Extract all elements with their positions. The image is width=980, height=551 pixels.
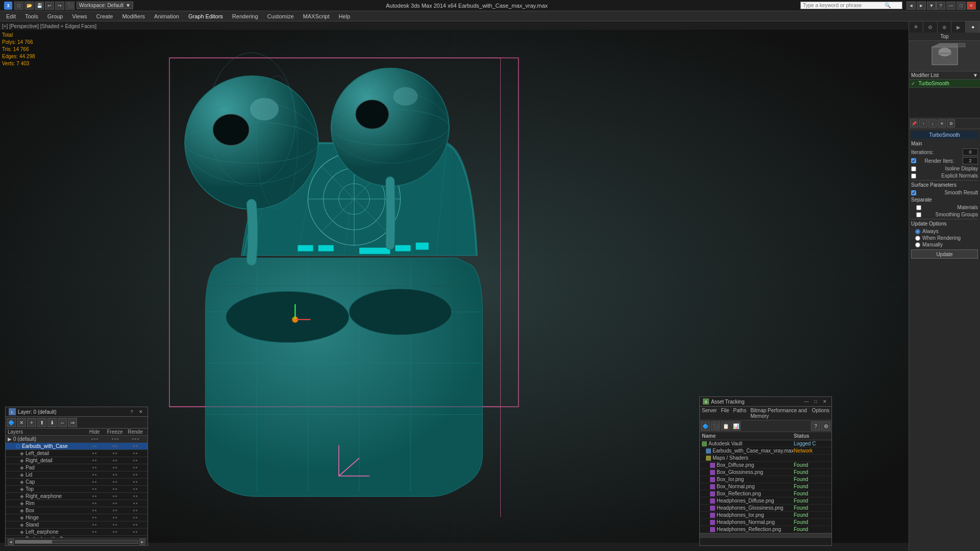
asset-tb-settings[interactable]: ⚙: [821, 421, 830, 431]
update-button[interactable]: Update: [911, 249, 978, 259]
menu-group[interactable]: Group: [43, 12, 67, 20]
asset-row-hp-normal[interactable]: Headphones_Normal.png Found: [700, 519, 831, 526]
menu-rendering[interactable]: Rendering: [228, 12, 262, 20]
maximize-btn[interactable]: □: [957, 2, 966, 10]
render-btn[interactable]: ⬛: [65, 2, 75, 10]
layer-tb-icon7[interactable]: ⇒: [68, 418, 77, 427]
asset-menu-paths[interactable]: Paths: [733, 408, 747, 419]
modifier-list-dropdown-icon[interactable]: ▼: [973, 72, 978, 78]
mini-viewport[interactable]: [909, 41, 980, 71]
asset-row-hp-reflection[interactable]: Headphones_Reflection.png Found: [700, 526, 831, 533]
explicit-normals-checkbox[interactable]: [911, 173, 916, 179]
panel-tab-utilities[interactable]: ✦: [966, 21, 980, 33]
layer-row-stand[interactable]: ◈ Stand: [6, 521, 148, 529]
asset-tb-btn4[interactable]: 📊: [731, 421, 741, 431]
layer-row-left-earphone[interactable]: ◈ Left_earphone: [6, 529, 148, 536]
layer-tb-icon5[interactable]: ⬇: [47, 418, 57, 427]
workspace-dropdown[interactable]: Workspace: Default ▼: [77, 2, 133, 9]
panel-tab-motion[interactable]: ▶: [951, 21, 966, 33]
materials-checkbox[interactable]: [916, 205, 921, 210]
panel-tab-modify[interactable]: ⚙: [923, 21, 938, 33]
layer-row-hinge[interactable]: ◈ Hinge: [6, 514, 148, 521]
mod-up-btn[interactable]: ↑: [919, 119, 927, 128]
asset-horizontal-scrollbar[interactable]: [700, 533, 831, 537]
asset-menu-options[interactable]: Options: [812, 408, 829, 419]
asset-row-box-ior[interactable]: Box_Ior.png Found: [700, 476, 831, 483]
layer-scroll-track[interactable]: [15, 540, 138, 544]
redo-btn[interactable]: ↪: [55, 2, 64, 10]
layer-scroll-right[interactable]: ►: [139, 539, 145, 545]
layer-scroll-left[interactable]: ◄: [8, 539, 14, 545]
layer-row-right-detail[interactable]: ◈ Right_detail: [6, 457, 148, 464]
mod-pin-btn[interactable]: 📌: [910, 119, 918, 128]
when-rendering-radio[interactable]: [915, 236, 920, 241]
minimize-btn[interactable]: —: [946, 2, 955, 10]
asset-menu-bitmap[interactable]: Bitmap Performance and Memory: [750, 408, 807, 419]
layer-row-left-detail[interactable]: ◈ Left_detail: [6, 450, 148, 457]
always-radio[interactable]: [915, 229, 920, 234]
help-btn[interactable]: ?: [936, 2, 945, 10]
menu-maxscript[interactable]: MAXScript: [299, 12, 334, 20]
menu-help[interactable]: Help: [335, 12, 355, 20]
layer-scrollbar[interactable]: ◄ ►: [6, 538, 148, 545]
asset-row-hp-diffuse[interactable]: Headphones_Diffuse.png Found: [700, 497, 831, 505]
manually-radio[interactable]: [915, 242, 920, 247]
mod-delete-btn[interactable]: ✕: [938, 119, 946, 128]
layer-row-earbuds[interactable]: ⬡ Earbuds_with_Case: [6, 443, 148, 450]
smoothing-groups-checkbox[interactable]: [916, 212, 921, 217]
layer-help-btn[interactable]: ?: [128, 408, 135, 415]
asset-row-box-diffuse[interactable]: Box_Diffuse.png Found: [700, 462, 831, 469]
asset-row-max-file[interactable]: Earbuds_with_Case_max_vray.max Network: [700, 447, 831, 455]
layer-tb-icon6[interactable]: ↔: [58, 418, 67, 427]
asset-tb-help[interactable]: ?: [811, 421, 820, 431]
layer-row-lid[interactable]: ◈ Lid: [6, 471, 148, 479]
isoline-checkbox[interactable]: [911, 166, 916, 171]
search-next[interactable]: ►: [917, 2, 926, 10]
layer-tb-add[interactable]: +: [27, 418, 36, 427]
open-btn[interactable]: 📂: [24, 2, 34, 10]
close-btn[interactable]: ✕: [967, 2, 976, 10]
new-btn[interactable]: □: [14, 2, 23, 10]
search-prev[interactable]: ◄: [906, 2, 916, 10]
asset-row-box-glossiness[interactable]: Box_Glossiness.png Found: [700, 469, 831, 476]
menu-create[interactable]: Create: [92, 12, 117, 20]
layer-row-box[interactable]: ◈ Box: [6, 507, 148, 514]
render-iters-input[interactable]: [963, 157, 978, 164]
asset-tb-btn1[interactable]: 🔷: [701, 421, 710, 431]
menu-customize[interactable]: Customize: [263, 12, 298, 20]
asset-row-maps-folder[interactable]: Maps / Shaders: [700, 455, 831, 462]
modifier-stack[interactable]: ✓ TurboSmooth: [909, 80, 980, 88]
mod-down-btn[interactable]: ↓: [928, 119, 937, 128]
asset-menu-file[interactable]: File: [721, 408, 729, 419]
menu-animation[interactable]: Animation: [150, 12, 183, 20]
panel-tab-display[interactable]: ☀: [909, 21, 923, 33]
search-options[interactable]: ▼: [927, 2, 936, 10]
menu-tools[interactable]: Tools: [21, 12, 42, 20]
asset-menu-server[interactable]: Server: [702, 408, 717, 419]
layer-row-rim[interactable]: ◈ Rim: [6, 500, 148, 507]
menu-modifiers[interactable]: Modifiers: [118, 12, 149, 20]
asset-minimize-btn[interactable]: —: [803, 398, 810, 405]
asset-tb-btn3[interactable]: 📋: [721, 421, 730, 431]
menu-views[interactable]: Views: [68, 12, 91, 20]
smooth-result-checkbox[interactable]: [911, 190, 916, 195]
layer-tb-icon1[interactable]: 🔷: [7, 418, 16, 427]
layer-row-top[interactable]: ◈ Top: [6, 486, 148, 493]
menu-edit[interactable]: Edit: [2, 12, 20, 20]
asset-row-hp-glossiness[interactable]: Headphones_Glossiness.png Found: [700, 505, 831, 512]
search-input[interactable]: [803, 3, 885, 8]
render-iters-checkbox[interactable]: [911, 158, 916, 163]
mod-configure-btn[interactable]: ⚙: [947, 119, 955, 128]
iterations-input[interactable]: [963, 148, 978, 156]
asset-maximize-btn[interactable]: □: [812, 398, 819, 405]
asset-row-hp-ior[interactable]: Headphones_Ior.png Found: [700, 512, 831, 519]
panel-tab-hierarchy[interactable]: ⊕: [938, 21, 952, 33]
undo-btn[interactable]: ↩: [45, 2, 54, 10]
layer-row-pad[interactable]: ◈ Pad: [6, 464, 148, 471]
asset-tb-btn2[interactable]: ⬛: [711, 421, 720, 431]
save-btn[interactable]: 💾: [35, 2, 44, 10]
asset-row-box-normal[interactable]: Box_Normal.png Found: [700, 483, 831, 490]
viewport[interactable]: [+] [Perspective] [Shaded + Edged Faces]…: [0, 21, 909, 551]
layer-tb-icon4[interactable]: ⬆: [37, 418, 46, 427]
layer-tb-delete[interactable]: ✕: [17, 418, 26, 427]
